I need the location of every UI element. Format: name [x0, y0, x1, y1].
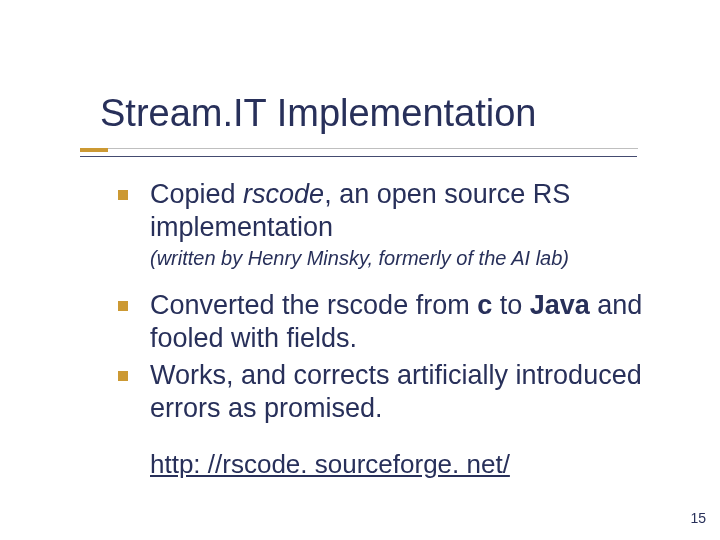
list-item: Copied rscode, an open source RS impleme…	[118, 178, 674, 271]
slide-body: Copied rscode, an open source RS impleme…	[118, 178, 674, 480]
title-underline-dark	[80, 156, 637, 157]
text-run: to	[492, 290, 530, 320]
bullet-subtext: (written by Henry Minsky, formerly of th…	[150, 246, 674, 271]
list-item: Works, and corrects artificially introdu…	[118, 359, 674, 425]
title-accent-bar	[80, 148, 108, 152]
bullet-text: Works, and corrects artificially introdu…	[150, 359, 674, 425]
source-link[interactable]: http: //rscode. sourceforge. net/	[150, 449, 510, 479]
bullet-text: Converted the rscode from c to Java and …	[150, 289, 674, 355]
bullet-icon	[118, 301, 128, 311]
bullet-text: Copied rscode, an open source RS impleme…	[150, 178, 674, 244]
link-row: http: //rscode. sourceforge. net/	[150, 449, 674, 480]
title-underline-grey	[108, 148, 638, 149]
text-run: Copied	[150, 179, 243, 209]
bullet-icon	[118, 190, 128, 200]
text-run: Converted the rscode from	[150, 290, 477, 320]
page-number: 15	[690, 510, 706, 526]
text-run-bold: c	[477, 290, 492, 320]
slide: Stream.IT Implementation Copied rscode, …	[0, 0, 720, 540]
list-item: Converted the rscode from c to Java and …	[118, 289, 674, 355]
bullet-icon	[118, 371, 128, 381]
slide-title-wrap: Stream.IT Implementation	[100, 92, 536, 135]
text-run-italic: rscode	[243, 179, 324, 209]
slide-title: Stream.IT Implementation	[100, 92, 536, 134]
text-run-bold: Java	[530, 290, 590, 320]
